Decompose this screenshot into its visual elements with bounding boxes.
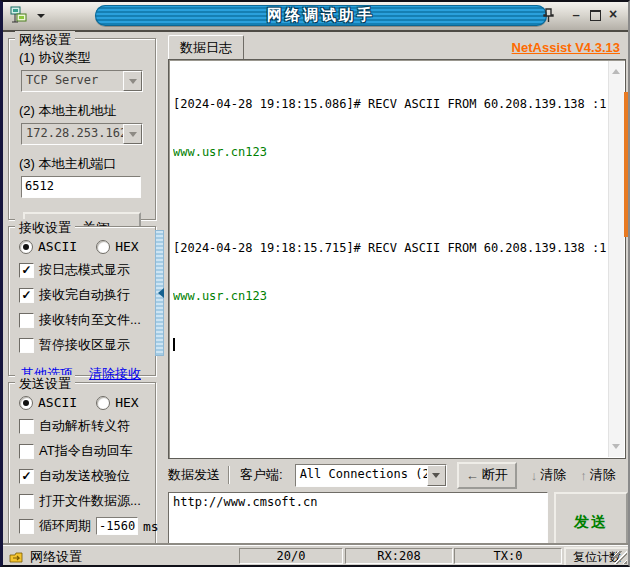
pin-icon[interactable] — [539, 7, 556, 24]
text-caret — [173, 338, 175, 351]
window-title: 网络调试助手 — [267, 6, 375, 25]
protocol-select[interactable]: TCP Server — [21, 70, 143, 92]
auto-checksum-checkbox[interactable]: ✓ — [19, 469, 34, 484]
disconnect-button[interactable]: ← 断开 — [457, 462, 517, 489]
pause-display-checkbox[interactable] — [19, 338, 34, 353]
send-ascii-label: ASCII — [38, 395, 77, 410]
cycle-send-label: 循环周期 — [39, 517, 91, 535]
receive-ascii-radio[interactable] — [19, 240, 33, 254]
receive-hex-radio[interactable] — [96, 240, 110, 254]
auto-checksum-label: 自动发送校验位 — [39, 467, 130, 485]
send-button[interactable]: 发送 — [554, 492, 628, 552]
log-scrollbar[interactable] — [608, 61, 624, 457]
connection-count-cell: 20/0 — [239, 548, 343, 564]
network-settings-group: 网络设置 (1) 协议类型 TCP Server (2) 本地主机地址 172.… — [8, 38, 156, 220]
receive-ascii-label: ASCII — [38, 239, 77, 254]
collapse-left-icon — [153, 288, 164, 298]
client-value: All Connections (2) — [296, 465, 427, 486]
save-to-file-checkbox[interactable] — [19, 313, 34, 328]
send-hex-label: HEX — [115, 395, 138, 410]
status-pointer-icon — [9, 551, 24, 564]
version-link[interactable]: NetAssist V4.3.13 — [512, 40, 620, 55]
client-label: 客户端: — [240, 466, 283, 484]
escape-parse-checkbox[interactable] — [19, 419, 34, 434]
at-cr-label: AT指令自动回车 — [39, 442, 133, 460]
status-panel-label: 网络设置 — [30, 548, 82, 566]
cycle-unit-label: ms — [143, 519, 159, 534]
minimize-button[interactable]: – — [568, 6, 584, 23]
port-label: (3) 本地主机端口 — [19, 155, 155, 173]
network-settings-legend: 网络设置 — [15, 31, 75, 49]
resize-grip[interactable] — [614, 551, 627, 564]
clear-receive-button[interactable]: ↓ 清除 — [531, 466, 567, 484]
clear-receive-link[interactable]: 清除接收 — [89, 365, 141, 383]
maximize-button[interactable] — [587, 6, 603, 23]
close-button[interactable]: × — [605, 6, 621, 23]
send-toolbar: 数据发送 客户端: All Connections (2) ← 断开 ↓ 清除 … — [168, 460, 624, 490]
file-source-checkbox[interactable] — [19, 494, 34, 509]
host-value: 172.28.253.162 — [22, 124, 123, 144]
clear-send-label: 清除 — [590, 466, 616, 484]
clear-send-button[interactable]: ↑ 清除 — [580, 466, 616, 484]
cycle-period-input[interactable]: -1560 — [96, 517, 138, 535]
tab-data-log[interactable]: 数据日志 — [168, 35, 244, 61]
log-line: [2024-04-28 19:18:15.715]# RECV ASCII FR… — [173, 240, 607, 256]
send-ascii-radio[interactable] — [19, 396, 33, 410]
scroll-down-icon[interactable] — [612, 444, 620, 453]
receive-settings-group: 接收设置 ASCII HEX ✓ 按日志模式显示 ✓ 接收完自动换行 接收转向至… — [8, 226, 156, 376]
auto-newline-checkbox[interactable]: ✓ — [19, 288, 34, 303]
escape-parse-label: 自动解析转义符 — [39, 417, 130, 435]
log-line: www.usr.cn123 — [173, 144, 607, 160]
data-log-panel[interactable]: [2024-04-28 19:18:15.086]# RECV ASCII FR… — [168, 59, 626, 459]
sidebar-collapse-splitter[interactable] — [155, 230, 164, 356]
send-settings-legend: 发送设置 — [15, 375, 75, 393]
client-select[interactable]: All Connections (2) — [295, 464, 447, 487]
tx-count-cell: TX:0 — [454, 548, 562, 564]
save-to-file-label: 接收转向至文件... — [39, 311, 141, 329]
send-button-label: 发送 — [574, 513, 608, 532]
app-menu-caret-icon[interactable] — [37, 14, 45, 22]
disconnect-label: 断开 — [482, 466, 508, 484]
receive-hex-label: HEX — [115, 239, 138, 254]
netassist-window: 网络调试助手 – × 网络设置 (1) 协议类型 TCP Server (2) … — [0, 0, 630, 567]
log-content: [2024-04-28 19:18:15.086]# RECV ASCII FR… — [173, 64, 607, 454]
data-send-label: 数据发送 — [168, 466, 220, 484]
log-mode-label: 按日志模式显示 — [39, 261, 130, 279]
host-select[interactable]: 172.28.253.162 — [21, 123, 143, 145]
client-dropdown-icon[interactable] — [427, 465, 446, 486]
status-bar: 网络设置 20/0 RX:208 TX:0 复位计数 — [3, 545, 628, 565]
cycle-send-checkbox[interactable] — [19, 519, 34, 534]
protocol-value: TCP Server — [22, 71, 123, 91]
log-mode-checkbox[interactable]: ✓ — [19, 263, 34, 278]
window-edge-accent — [624, 92, 628, 237]
tab-data-log-label: 数据日志 — [180, 39, 232, 57]
auto-newline-label: 接收完自动换行 — [39, 286, 130, 304]
protocol-dropdown-icon[interactable] — [123, 71, 142, 91]
port-input[interactable]: 6512 — [21, 176, 141, 198]
send-input[interactable]: http://www.cmsoft.cn — [168, 492, 548, 548]
scroll-up-icon[interactable] — [612, 65, 620, 74]
at-cr-checkbox[interactable] — [19, 444, 34, 459]
log-line: [2024-04-28 19:18:15.086]# RECV ASCII FR… — [173, 96, 607, 112]
file-source-label: 打开文件数据源... — [39, 492, 141, 510]
title-pill: 网络调试助手 — [95, 5, 547, 26]
send-hex-radio[interactable] — [96, 396, 110, 410]
disconnect-arrow-icon: ← — [466, 468, 479, 483]
title-bar: 网络调试助手 – × — [3, 2, 628, 32]
app-icon[interactable] — [9, 6, 29, 24]
log-line — [173, 192, 607, 208]
host-label: (2) 本地主机地址 — [19, 102, 155, 120]
protocol-label: (1) 协议类型 — [19, 49, 155, 67]
pause-display-label: 暂停接收区显示 — [39, 336, 130, 354]
send-settings-group: 发送设置 ASCII HEX 自动解析转义符 AT指令自动回车 ✓ 自动发送校验… — [8, 382, 156, 550]
log-line: www.usr.cn123 — [173, 288, 607, 304]
rx-count-cell: RX:208 — [345, 548, 453, 564]
clear-receive-arrow-icon: ↓ — [531, 468, 538, 483]
host-dropdown-icon[interactable] — [123, 124, 142, 144]
clear-receive-label: 清除 — [540, 466, 566, 484]
receive-settings-legend: 接收设置 — [15, 219, 75, 237]
clear-send-arrow-icon: ↑ — [580, 468, 587, 483]
toolbar-divider — [228, 466, 230, 484]
maximize-icon — [590, 10, 601, 21]
